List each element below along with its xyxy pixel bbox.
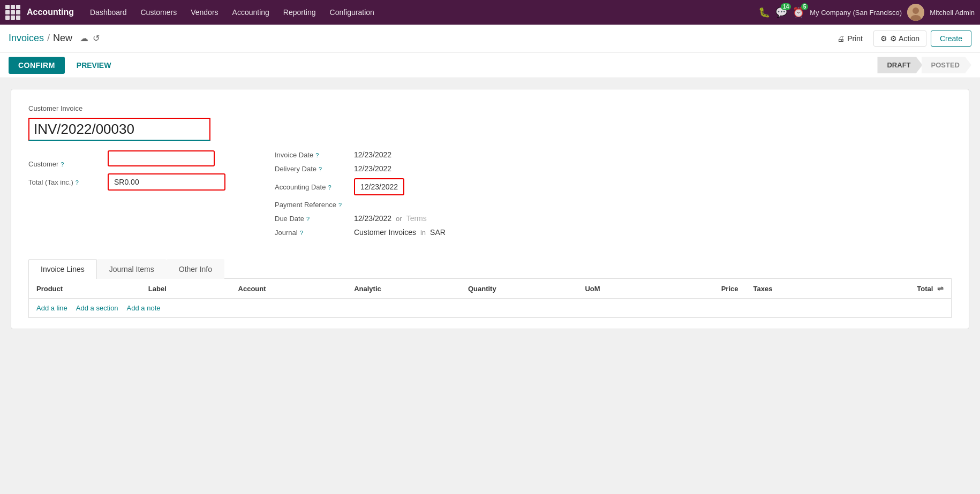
breadcrumb: Invoices / New ☁ ↺ — [9, 33, 831, 44]
customer-input[interactable] — [108, 150, 215, 166]
add-section-button[interactable]: Add a section — [76, 304, 118, 312]
accounting-date-input[interactable]: 12/23/2022 — [354, 178, 404, 195]
total-tax-value[interactable]: SR0.00 — [108, 173, 225, 191]
chat-badge: 14 — [781, 3, 791, 10]
print-button[interactable]: 🖨 Print — [831, 31, 869, 46]
customer-label: Customer ? — [28, 160, 103, 168]
status-pipeline: DRAFT POSTED — [877, 57, 971, 73]
content-area: Customer Invoice Customer ? Total (Tax i… — [0, 78, 980, 494]
breadcrumb-current: New — [53, 33, 72, 44]
invoice-date-help-icon[interactable]: ? — [315, 152, 319, 158]
username[interactable]: Mitchell Admin — [930, 9, 975, 17]
add-line-button[interactable]: Add a line — [36, 304, 67, 312]
due-date-help-icon[interactable]: ? — [306, 216, 310, 222]
menu-accounting[interactable]: Accounting — [226, 5, 276, 20]
payment-ref-help-icon[interactable]: ? — [338, 202, 342, 208]
journal-row: Journal ? Customer Invoices in SAR — [275, 228, 952, 237]
delivery-date-row: Delivery Date ? 12/23/2022 — [275, 164, 952, 173]
form-two-col: Customer ? Total (Tax inc.) ? SR0.00 — [28, 150, 952, 242]
col-analytic: Analytic — [346, 279, 461, 299]
svg-point-1 — [913, 7, 919, 14]
status-posted[interactable]: POSTED — [922, 57, 971, 73]
total-tax-help-icon[interactable]: ? — [76, 179, 79, 186]
delivery-date-help-icon[interactable]: ? — [319, 166, 322, 172]
status-draft[interactable]: DRAFT — [877, 57, 922, 73]
action-button[interactable]: ⚙ ⚙ Action — [873, 31, 926, 47]
app-logo[interactable] — [5, 5, 20, 20]
due-date-row: Due Date ? 12/23/2022 or Terms — [275, 214, 952, 223]
gear-icon: ⚙ — [880, 34, 887, 43]
form-card: Customer Invoice Customer ? Total (Tax i… — [11, 89, 969, 329]
breadcrumb-actions: 🖨 Print ⚙ ⚙ Action Create — [831, 31, 971, 47]
breadcrumb-bar: Invoices / New ☁ ↺ 🖨 Print ⚙ ⚙ Action Cr… — [0, 25, 980, 52]
menu-dashboard[interactable]: Dashboard — [84, 5, 133, 20]
accounting-date-row: Accounting Date ? 12/23/2022 — [275, 178, 952, 195]
terms-label[interactable]: Terms — [406, 214, 427, 223]
tab-journal-items[interactable]: Journal Items — [97, 259, 167, 279]
tab-invoice-lines[interactable]: Invoice Lines — [28, 259, 97, 279]
customer-help-icon[interactable]: ? — [61, 161, 64, 168]
cloud-icon[interactable]: ☁ — [80, 33, 88, 43]
col-uom: UoM — [577, 279, 659, 299]
add-note-button[interactable]: Add a note — [127, 304, 161, 312]
action-bar: CONFIRM PREVIEW DRAFT POSTED — [0, 52, 980, 78]
preview-button[interactable]: PREVIEW — [67, 57, 121, 74]
accounting-date-help-icon[interactable]: ? — [328, 184, 331, 191]
journal-value[interactable]: Customer Invoices — [354, 228, 416, 237]
delivery-date-label: Delivery Date ? — [275, 165, 350, 173]
app-brand[interactable]: Accounting — [27, 7, 74, 17]
user-avatar[interactable] — [907, 4, 924, 21]
action-bar-left: CONFIRM PREVIEW — [9, 57, 120, 74]
columns-toggle-icon[interactable]: ⇌ — [937, 284, 944, 293]
total-tax-field-row: Total (Tax inc.) ? SR0.00 — [28, 173, 253, 191]
section-title: Customer Invoice — [28, 104, 952, 112]
refresh-icon[interactable]: ↺ — [93, 33, 100, 43]
payment-ref-row: Payment Reference ? — [275, 201, 952, 209]
accounting-date-label: Accounting Date ? — [275, 183, 350, 191]
menu-reporting[interactable]: Reporting — [277, 5, 322, 20]
breadcrumb-parent[interactable]: Invoices — [9, 33, 44, 44]
table-area: Product Label Account Analytic Quantity … — [28, 279, 952, 318]
clock-badge: 5 — [801, 3, 809, 10]
journal-help-icon[interactable]: ? — [300, 230, 303, 236]
journal-currency: SAR — [430, 228, 446, 237]
printer-icon: 🖨 — [837, 34, 845, 43]
breadcrumb-separator: / — [47, 33, 50, 44]
form-right: Invoice Date ? 12/23/2022 Delivery Date … — [275, 150, 952, 242]
bug-icon[interactable]: 🐛 — [758, 6, 770, 18]
create-button[interactable]: Create — [931, 31, 971, 47]
menu-customers[interactable]: Customers — [134, 5, 184, 20]
menu-vendors[interactable]: Vendors — [184, 5, 224, 20]
col-label: Label — [141, 279, 231, 299]
payment-ref-label: Payment Reference ? — [275, 201, 350, 209]
invoice-table: Product Label Account Analytic Quantity … — [29, 279, 951, 299]
invoice-number-input[interactable] — [28, 118, 210, 141]
col-quantity: Quantity — [461, 279, 578, 299]
or-label: or — [396, 215, 402, 223]
col-price: Price — [659, 279, 746, 299]
col-account: Account — [231, 279, 347, 299]
top-menu: Dashboard Customers Vendors Accounting R… — [84, 5, 756, 20]
invoice-date-value[interactable]: 12/23/2022 — [354, 150, 391, 159]
col-taxes: Taxes — [746, 279, 839, 299]
invoice-date-label: Invoice Date ? — [275, 151, 350, 159]
confirm-button[interactable]: CONFIRM — [9, 57, 65, 74]
breadcrumb-icons: ☁ ↺ — [80, 33, 100, 43]
topnav-right-section: 🐛 💬 14 ⏰ 5 My Company (San Francisco) Mi… — [758, 4, 975, 21]
customer-field-row: Customer ? — [28, 150, 253, 168]
journal-label: Journal ? — [275, 229, 350, 237]
top-navigation: Accounting Dashboard Customers Vendors A… — [0, 0, 980, 25]
due-date-value[interactable]: 12/23/2022 — [354, 214, 391, 223]
col-total: Total ⇌ — [839, 279, 951, 299]
table-actions: Add a line Add a section Add a note — [29, 299, 951, 317]
journal-in-label: in — [420, 229, 426, 237]
tabs-container: Invoice Lines Journal Items Other Info — [28, 259, 952, 279]
tab-other-info[interactable]: Other Info — [167, 259, 224, 279]
col-product: Product — [29, 279, 141, 299]
form-left: Customer ? Total (Tax inc.) ? SR0.00 — [28, 150, 253, 242]
clock-icon[interactable]: ⏰ 5 — [793, 6, 804, 18]
menu-configuration[interactable]: Configuration — [323, 5, 381, 20]
chat-icon[interactable]: 💬 14 — [775, 6, 787, 18]
delivery-date-value[interactable]: 12/23/2022 — [354, 164, 391, 173]
company-name[interactable]: My Company (San Francisco) — [810, 9, 902, 17]
